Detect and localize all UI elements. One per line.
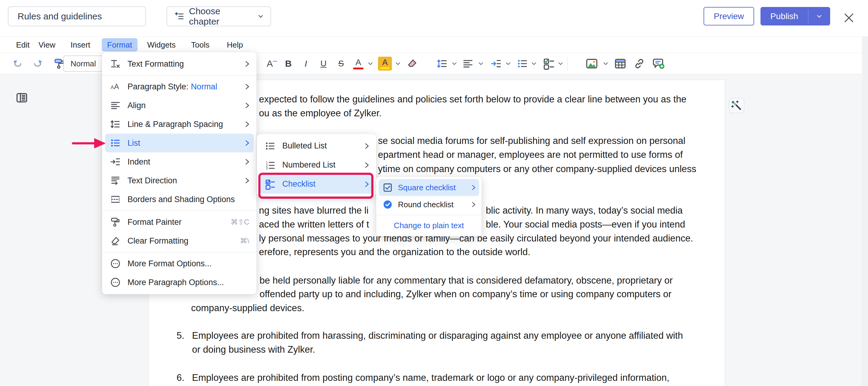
comment-add-icon — [652, 57, 665, 70]
preview-label: Preview — [714, 11, 744, 21]
menu-item-label: Text Direction — [127, 176, 177, 185]
menu-divider — [376, 215, 482, 215]
line-spacing-button[interactable] — [435, 53, 449, 74]
preview-button[interactable]: Preview — [704, 7, 754, 25]
menu-divider — [102, 75, 256, 76]
bulleted-list-dropdown[interactable] — [529, 53, 538, 74]
underline-icon: U — [320, 59, 327, 68]
insert-image-dropdown[interactable] — [601, 53, 610, 74]
svg-text:A: A — [111, 85, 114, 90]
redo-icon — [32, 58, 43, 69]
checklist-submenu-item-round[interactable]: Round checklist — [376, 196, 482, 213]
menu-item-label: Clear Formatting — [127, 236, 188, 246]
align-button[interactable] — [461, 53, 475, 74]
checklist-submenu-item-square[interactable]: Square checklist — [379, 179, 479, 196]
strikethrough-button[interactable]: S — [334, 53, 348, 74]
chevron-down-icon — [396, 62, 400, 65]
align-dropdown[interactable] — [476, 53, 486, 74]
menu-item-label: List — [127, 139, 140, 148]
format-menu-item-line-paragraph-spacing[interactable]: Line & Paragraph Spacing — [102, 115, 256, 133]
checklist-icon — [264, 179, 276, 190]
menu-item-label: Paragraph Style:Normal — [127, 82, 217, 91]
bulleted-list-button[interactable] — [516, 53, 529, 74]
publish-label[interactable]: Publish — [761, 7, 808, 25]
close-button[interactable] — [844, 13, 854, 23]
document-outline-toggle[interactable] — [16, 92, 29, 105]
doc-list-number: 5. — [177, 330, 184, 342]
chevron-down-icon — [478, 62, 484, 65]
format-menu-item-format-painter[interactable]: Format Painter ⌘⇧C — [102, 213, 256, 232]
checklist-submenu: Square checklist Round checklist Change … — [376, 177, 482, 236]
menu-insert[interactable]: Insert — [70, 37, 90, 53]
insert-table-button[interactable] — [612, 53, 628, 74]
underline-button[interactable]: U — [317, 53, 330, 74]
indent-button[interactable] — [489, 53, 503, 74]
change-to-plain-text-action[interactable]: Change to plain text — [376, 217, 482, 234]
line-spacing-dropdown[interactable] — [450, 53, 459, 74]
scrollbar-track — [862, 36, 868, 386]
format-menu-item-align[interactable]: Align — [102, 96, 256, 115]
chevron-right-icon — [245, 140, 249, 146]
format-menu-item-clear-formatting[interactable]: Clear Formatting ⌘\ — [102, 232, 256, 250]
chevron-right-icon — [245, 102, 249, 109]
publish-dropdown[interactable] — [808, 7, 830, 25]
add-comment-button[interactable] — [651, 53, 667, 74]
menu-help[interactable]: Help — [227, 37, 243, 53]
undo-button[interactable] — [11, 53, 25, 74]
list-icon — [109, 138, 121, 148]
highlight-color-button[interactable]: A — [377, 53, 393, 74]
choose-chapter-button[interactable]: Choose chapter — [166, 6, 271, 26]
highlight-color-dropdown[interactable] — [394, 53, 403, 74]
smart-assist-button[interactable] — [729, 97, 744, 113]
checklist-button[interactable] — [541, 53, 556, 74]
list-submenu-item-checklist[interactable]: Checklist — [260, 175, 373, 194]
checklist-dropdown[interactable] — [556, 53, 565, 74]
menu-item-label: Checklist — [282, 179, 316, 189]
doc-text-line: expected to follow the guidelines and po… — [259, 93, 686, 106]
font-color-dropdown[interactable] — [366, 53, 375, 74]
shortcut-label: ⌘⇧C — [231, 218, 249, 226]
publish-button[interactable]: Publish — [761, 7, 830, 25]
format-menu-item-list[interactable]: List — [105, 133, 253, 152]
menu-item-label: Numbered List — [282, 160, 336, 170]
italic-button[interactable]: I — [299, 53, 313, 74]
format-menu-item-borders-shading[interactable]: Borders and Shading Options — [102, 190, 256, 209]
italic-icon: I — [305, 58, 307, 69]
font-size-button[interactable]: A– — [264, 53, 280, 74]
font-color-button[interactable]: A — [351, 53, 365, 74]
format-menu: Text Formatting AA Paragraph Style:Norma… — [102, 52, 256, 294]
doc-text-line: Employees are prohibited from harassing,… — [192, 330, 683, 342]
menu-view[interactable]: View — [38, 37, 55, 53]
menu-item-label: More Format Options... — [127, 259, 212, 268]
doc-text-line: or doing business with Zylker. — [192, 344, 315, 356]
clear-formatting-button[interactable] — [405, 53, 420, 74]
indent-dropdown[interactable] — [504, 53, 513, 74]
format-menu-item-indent[interactable]: Indent — [102, 152, 256, 171]
text-direction-icon — [109, 175, 121, 186]
insert-image-button[interactable] — [584, 53, 600, 74]
menu-tools[interactable]: Tools — [191, 37, 210, 53]
redo-button[interactable] — [31, 53, 44, 74]
format-menu-item-text-direction[interactable]: Text Direction — [102, 171, 256, 190]
bold-button[interactable]: B — [282, 53, 295, 74]
format-menu-item-more-paragraph-options[interactable]: More Paragraph Options... — [102, 273, 256, 292]
menu-widgets[interactable]: Widgets — [147, 37, 176, 53]
menu-format[interactable]: Format — [102, 38, 137, 52]
paragraph-style-value: Normal — [70, 59, 96, 68]
align-icon — [109, 100, 121, 111]
highlight-color-icon: A — [378, 57, 392, 70]
format-menu-item-paragraph-style[interactable]: AA Paragraph Style:Normal — [102, 77, 256, 96]
undo-icon — [12, 58, 24, 69]
list-submenu-item-bulleted[interactable]: Bulleted List — [257, 136, 376, 155]
insert-link-button[interactable] — [632, 53, 647, 74]
menu-item-label: Align — [127, 101, 146, 110]
menu-edit[interactable]: Edit — [16, 37, 30, 53]
svg-text:3: 3 — [266, 166, 268, 170]
menu-item-label: Line & Paragraph Spacing — [127, 120, 223, 129]
font-color-icon: A — [353, 58, 364, 69]
format-menu-item-text-formatting[interactable]: Text Formatting — [102, 55, 256, 73]
title-input[interactable] — [8, 6, 146, 26]
format-painter-icon — [109, 217, 121, 228]
format-menu-item-more-format-options[interactable]: More Format Options... — [102, 254, 256, 273]
list-submenu-item-numbered[interactable]: 123 Numbered List — [257, 155, 376, 175]
